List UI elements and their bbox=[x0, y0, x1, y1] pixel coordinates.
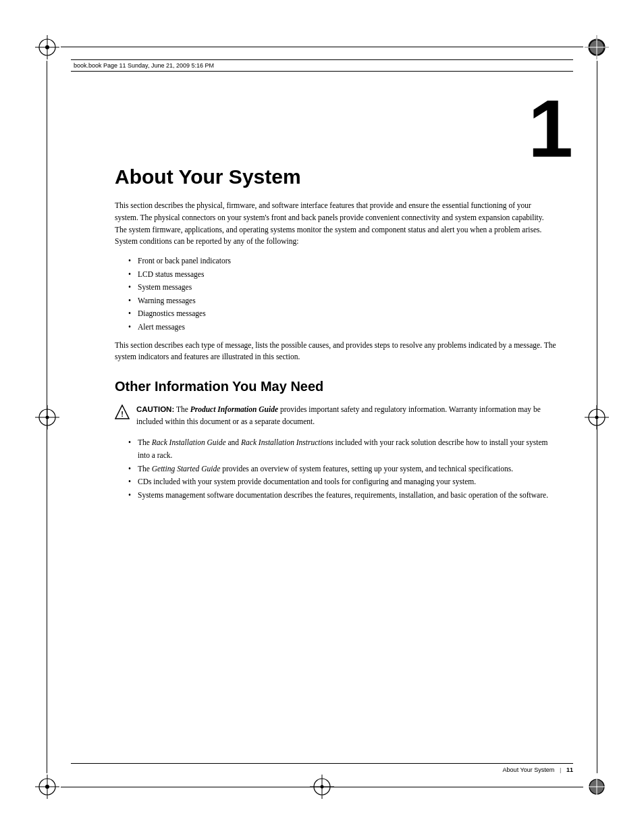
svg-text:!: ! bbox=[121, 410, 124, 418]
outro-paragraph: This section describes each type of mess… bbox=[115, 340, 556, 364]
intro-paragraph: This section describes the physical, fir… bbox=[115, 200, 556, 248]
main-content: About Your System This section describes… bbox=[115, 165, 556, 508]
mid-crosshair-bottom bbox=[310, 775, 334, 799]
italic-text-3: Getting Started Guide bbox=[152, 465, 221, 473]
chapter-title: About Your System bbox=[115, 165, 556, 188]
footer-page-number: 11 bbox=[566, 766, 573, 773]
chapter-bullet-list: Front or back panel indicators LCD statu… bbox=[128, 255, 556, 334]
corner-mark-br bbox=[585, 775, 609, 799]
caution-block: ! CAUTION: The Product Information Guide… bbox=[115, 404, 556, 428]
svg-point-29 bbox=[321, 785, 324, 789]
svg-point-3 bbox=[45, 45, 49, 49]
mid-crosshair-left bbox=[35, 405, 59, 429]
footer-label: About Your System bbox=[503, 766, 555, 773]
italic-text-2: Rack Installation Instructions bbox=[241, 438, 333, 446]
svg-point-25 bbox=[595, 415, 599, 419]
mid-crosshair-right bbox=[585, 405, 609, 429]
caution-label: CAUTION: bbox=[136, 405, 174, 413]
list-item: Front or back panel indicators bbox=[128, 255, 556, 268]
page: book.book Page 11 Sunday, June 21, 2009 … bbox=[0, 0, 644, 834]
section-bullet-list: The Rack Installation Guide and Rack Ins… bbox=[128, 436, 556, 502]
corner-mark-tr bbox=[585, 35, 609, 59]
svg-point-14 bbox=[45, 785, 49, 789]
list-item: System messages bbox=[128, 281, 556, 294]
italic-text: Rack Installation Guide bbox=[152, 438, 226, 446]
corner-mark-tl bbox=[35, 35, 59, 59]
section-heading: Other Information You May Need bbox=[115, 378, 556, 394]
list-item: Systems management software documentatio… bbox=[128, 489, 556, 502]
footer-separator: | bbox=[560, 766, 561, 773]
list-item: The Getting Started Guide provides an ov… bbox=[128, 463, 556, 476]
footer: About Your System | 11 bbox=[71, 763, 573, 773]
list-item: Warning messages bbox=[128, 294, 556, 308]
caution-icon: ! bbox=[115, 405, 130, 419]
corner-mark-bl bbox=[35, 775, 59, 799]
header-text: book.book Page 11 Sunday, June 21, 2009 … bbox=[74, 62, 214, 69]
list-item: The Rack Installation Guide and Rack Ins… bbox=[128, 436, 556, 463]
chapter-number: 1 bbox=[528, 88, 573, 169]
caution-italic: Product Information Guide bbox=[190, 405, 278, 413]
list-item: Diagnostics messages bbox=[128, 307, 556, 321]
caution-body: The Product Information Guide provides i… bbox=[136, 405, 541, 425]
list-item: Alert messages bbox=[128, 321, 556, 334]
list-item: LCD status messages bbox=[128, 268, 556, 282]
header-bar: book.book Page 11 Sunday, June 21, 2009 … bbox=[71, 59, 573, 72]
top-rule bbox=[61, 47, 583, 47]
svg-point-21 bbox=[46, 415, 49, 419]
list-item: CDs included with your system provide do… bbox=[128, 475, 556, 489]
caution-text: CAUTION: The Product Information Guide p… bbox=[136, 404, 556, 428]
